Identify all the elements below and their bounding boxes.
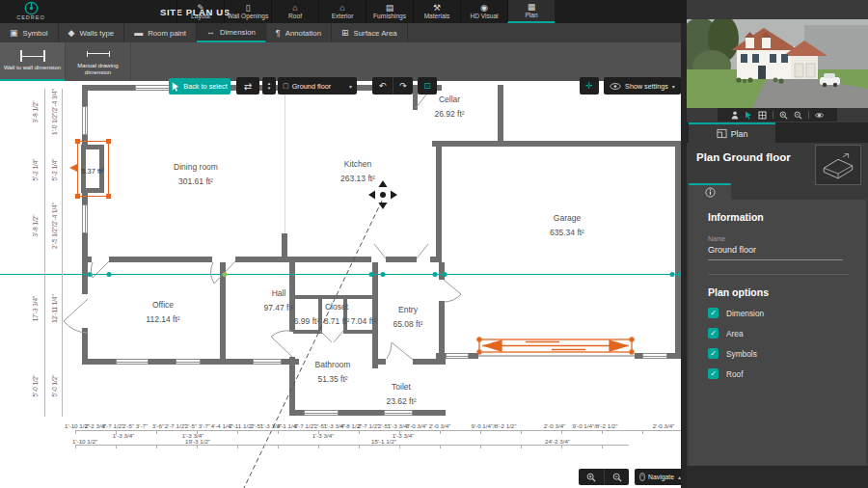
selection-handle[interactable] [106, 194, 111, 199]
floor-dropdown[interactable]: ▢ Ground floor ▾ [278, 77, 357, 95]
floor-plan-canvas[interactable]: 5.37 ft² [0, 81, 686, 488]
room-area: 51.35 ft² [315, 372, 351, 387]
main-tab[interactable]: ▯ Wall Openings [224, 0, 271, 23]
room-name: Garage [550, 211, 584, 226]
tab-icon: ⌂ [292, 3, 297, 13]
main-tab[interactable]: ▤ Furnishings [366, 0, 413, 23]
room-name: Closet [324, 300, 349, 314]
wall [413, 359, 446, 365]
active-dimension-line [0, 274, 681, 275]
room-label: Office 112.14 ft² [146, 298, 179, 327]
main-tab[interactable]: ⌂ Exterior [318, 0, 366, 23]
cursor-icon [172, 82, 179, 92]
tab-plan[interactable]: Plan [689, 122, 775, 143]
stepper-down-icon[interactable]: ▼ [267, 86, 271, 91]
dimension-text: 19'-3 1/2" [185, 438, 210, 445]
redo-button[interactable]: ↷ [393, 77, 413, 95]
selection-handle[interactable] [75, 139, 80, 144]
dimension-text: 9'-0 1/4"/8'-2 1/2" [471, 422, 516, 429]
ribbon-button-icon: ▬ [134, 28, 143, 38]
zoom-in-icon[interactable] [779, 111, 788, 120]
navigate-button[interactable]: Navigate ▲ [635, 469, 687, 485]
ribbon-button[interactable]: ▣ Symbol [0, 23, 59, 42]
plan-option[interactable]: ✓ Dimension [708, 308, 847, 318]
door-arc [444, 294, 461, 302]
dimension-text: 5'-0 1/2" [32, 374, 39, 396]
tab-plan-label: Plan [731, 129, 748, 139]
back-to-select-label: Back to select [183, 82, 227, 91]
undo-button[interactable]: ↶ [372, 77, 393, 95]
tab-icon: ▤ [386, 3, 394, 13]
ribbon-button[interactable]: ¶ Annotation [266, 23, 332, 42]
floor-name: Ground floor [292, 82, 346, 91]
wall [432, 141, 503, 147]
dimension-tool-button[interactable]: Manual drawing dimension [66, 42, 131, 81]
floor-stepper[interactable]: ▲ ▼ [262, 77, 276, 95]
show-settings-button[interactable]: Show settings ▾ [604, 77, 681, 95]
ribbon-button-label: Annotation [285, 29, 321, 38]
ribbon-button[interactable]: ▬ Room paint [124, 23, 197, 42]
checkbox-checked-icon[interactable]: ✓ [708, 368, 719, 379]
select-cursor-icon[interactable] [745, 111, 752, 120]
ribbon-button[interactable]: ⊞ Surface Area [332, 23, 408, 42]
wall [372, 359, 386, 365]
selection-handle[interactable] [75, 194, 80, 199]
dimension-text: 9'-0 1/4"/8'-2 1/2" [572, 422, 617, 429]
locate-button[interactable]: ✛ [580, 77, 599, 95]
room-label: Bathroom 51.35 ft² [315, 358, 351, 387]
dimension-text: 12'-11 1/4" [51, 294, 58, 323]
plan-option[interactable]: ✓ Roof [708, 368, 847, 379]
ribbon-button[interactable]: ↔ Dimension [197, 23, 266, 42]
navigate-label: Navigate [648, 474, 674, 480]
zoom-controls [579, 469, 629, 485]
separator [808, 111, 809, 119]
name-field[interactable]: Ground floor [708, 245, 843, 260]
main-tab[interactable]: ⚒ Materials [413, 0, 460, 23]
back-to-select-button[interactable]: Back to select [169, 78, 231, 95]
plan-option[interactable]: ✓ Symbols [708, 348, 847, 359]
checkbox-checked-icon[interactable]: ✓ [708, 328, 719, 339]
tab-information[interactable] [689, 183, 731, 200]
dimension-tools-panel: Wall to wall dimension Manual drawing di… [0, 42, 686, 81]
dimension-text: 24'-2 3/4" [545, 438, 570, 445]
flip-plan-button[interactable]: ⇄ [236, 77, 259, 95]
room-area: 635.34 ft² [550, 226, 584, 240]
zoom-out-button[interactable] [604, 469, 629, 485]
selection-handle[interactable] [106, 139, 111, 144]
room-label: 6.99 ft² [294, 314, 319, 329]
checkbox-checked-icon[interactable]: ✓ [708, 308, 719, 318]
checkbox-checked-icon[interactable]: ✓ [708, 348, 719, 359]
snap-dot [670, 272, 675, 277]
dimension-rail [44, 89, 45, 417]
room-label: Dining room 301.61 ft² [174, 160, 218, 189]
zoom-in-button[interactable] [579, 469, 604, 485]
ribbon-button-label: Symbol [23, 29, 48, 38]
floor-selector-group: ▲ ▼ ▢ Ground floor ▾ [262, 77, 357, 95]
dimension-tool-button[interactable]: Wall to wall dimension [0, 42, 66, 81]
tab-icon: ⚒ [433, 3, 441, 13]
zoom-out-icon[interactable] [794, 111, 802, 120]
main-tab[interactable]: ⌂ Roof [271, 0, 318, 23]
main-tab[interactable]: ✎ Layout [176, 0, 224, 23]
door-arc [271, 331, 291, 337]
plan-option[interactable]: ✓ Area [708, 328, 847, 339]
building-icon[interactable] [758, 111, 767, 120]
cedreo-logo[interactable]: CEDREO [6, 1, 56, 20]
ribbon-button[interactable]: ◆ Walls type [59, 23, 125, 42]
orbit-icon[interactable] [815, 111, 824, 120]
dimension-text: 3'-0 3/4" [406, 422, 428, 429]
floor-icon: ▢ [283, 82, 289, 90]
dimension-text: 15'-1 1/2" [371, 438, 396, 445]
person-icon[interactable] [731, 111, 739, 120]
fit-view-button[interactable]: ⊡ [418, 77, 437, 95]
right-sidebar: Plan Plan Ground floor Information Name … [687, 0, 868, 488]
brand-text: CEDREO [6, 14, 56, 20]
room-name: Office [146, 298, 179, 312]
main-tab[interactable]: ◉ HD Visual [460, 0, 507, 23]
tab-icon: ▦ [528, 2, 536, 12]
floor-thumbnail[interactable] [815, 145, 861, 185]
3d-preview[interactable] [687, 19, 868, 108]
ribbon-toolbar: ▣ Symbol ◆ Walls type ▬ Room paint ↔ Dim… [0, 23, 686, 42]
chevron-down-icon: ▾ [349, 83, 352, 90]
main-tab[interactable]: ▦ Plan [507, 0, 555, 23]
